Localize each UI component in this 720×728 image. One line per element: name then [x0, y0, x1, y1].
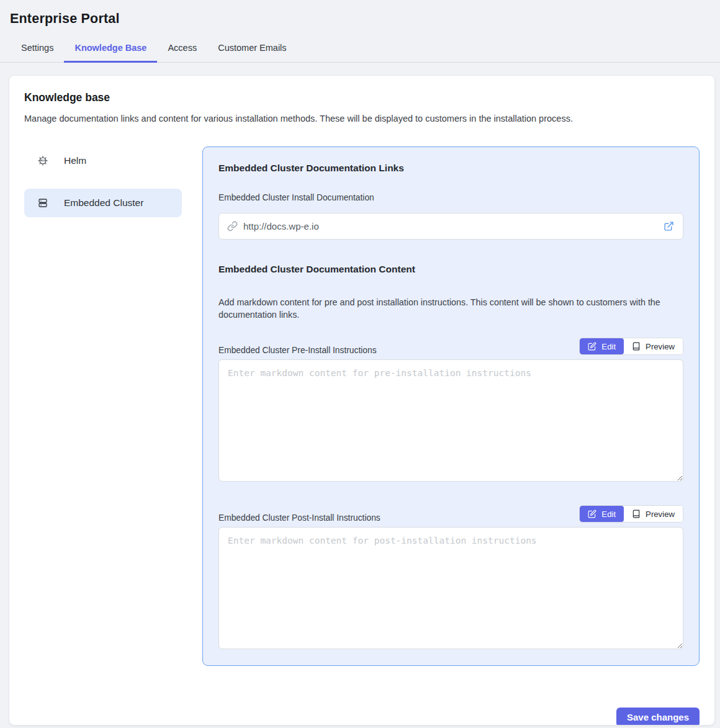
- preview-button-label: Preview: [646, 342, 675, 351]
- edit-icon: [588, 510, 596, 518]
- install-doc-url-input[interactable]: [243, 221, 664, 231]
- pre-install-edit-button[interactable]: Edit: [580, 338, 624, 354]
- tab-access[interactable]: Access: [157, 37, 207, 63]
- install-doc-label: Embedded Cluster Install Documentation: [218, 193, 683, 202]
- post-install-edit-button[interactable]: Edit: [580, 506, 624, 522]
- sidebar-item-label: Embedded Cluster: [64, 197, 143, 209]
- post-install-preview-button[interactable]: Preview: [624, 506, 683, 522]
- post-install-mode-toggle: Edit Preview: [579, 505, 683, 523]
- book-icon: [632, 342, 641, 351]
- content-section-description: Add markdown content for pre and post in…: [218, 296, 683, 321]
- pre-install-mode-toggle: Edit Preview: [579, 338, 683, 355]
- embedded-cluster-panel: Embedded Cluster Documentation Links Emb…: [202, 146, 700, 666]
- sidebar-item-embedded-cluster[interactable]: Embedded Cluster: [24, 189, 182, 217]
- server-stack-icon: [37, 197, 48, 209]
- tab-knowledge-base[interactable]: Knowledge Base: [64, 37, 157, 63]
- sidebar-item-helm[interactable]: HELM Helm: [24, 146, 182, 175]
- tab-settings[interactable]: Settings: [11, 37, 64, 63]
- content-section-heading: Embedded Cluster Documentation Content: [218, 264, 683, 275]
- app-header: Enterprise Portal: [0, 0, 720, 27]
- link-icon: [227, 221, 238, 231]
- svg-text:HELM: HELM: [40, 160, 46, 162]
- page-title: Enterprise Portal: [10, 11, 710, 27]
- sidebar-item-label: Helm: [64, 155, 86, 166]
- content-row: HELM Helm Embedded Cluster: [24, 146, 700, 666]
- external-link-icon[interactable]: [664, 221, 674, 231]
- pre-install-textarea[interactable]: [218, 359, 683, 482]
- card-footer: Save changes: [24, 708, 700, 726]
- install-doc-input-wrap: [218, 213, 683, 240]
- knowledge-base-card: Knowledge base Manage documentation link…: [9, 75, 715, 726]
- edit-button-label: Edit: [601, 510, 616, 519]
- card-description: Manage documentation links and content f…: [24, 113, 700, 124]
- edit-button-label: Edit: [601, 342, 616, 351]
- post-install-field-row: Embedded Cluster Post-Install Instructio…: [218, 505, 683, 523]
- preview-button-label: Preview: [646, 510, 675, 519]
- links-section-heading: Embedded Cluster Documentation Links: [218, 163, 683, 174]
- pre-install-preview-button[interactable]: Preview: [624, 338, 683, 354]
- install-method-nav: HELM Helm Embedded Cluster: [24, 146, 182, 231]
- pre-install-field-row: Embedded Cluster Pre-Install Instruction…: [218, 338, 683, 355]
- book-icon: [632, 510, 641, 518]
- post-install-label: Embedded Cluster Post-Install Instructio…: [218, 513, 380, 523]
- tab-customer-emails[interactable]: Customer Emails: [207, 37, 297, 63]
- card-heading: Knowledge base: [24, 91, 700, 104]
- pre-install-label: Embedded Cluster Pre-Install Instruction…: [218, 346, 377, 355]
- post-install-textarea[interactable]: [218, 527, 683, 649]
- helm-icon: HELM: [37, 155, 48, 166]
- edit-icon: [588, 342, 596, 351]
- tab-bar: Settings Knowledge Base Access Customer …: [0, 37, 720, 63]
- save-changes-button[interactable]: Save changes: [616, 708, 700, 726]
